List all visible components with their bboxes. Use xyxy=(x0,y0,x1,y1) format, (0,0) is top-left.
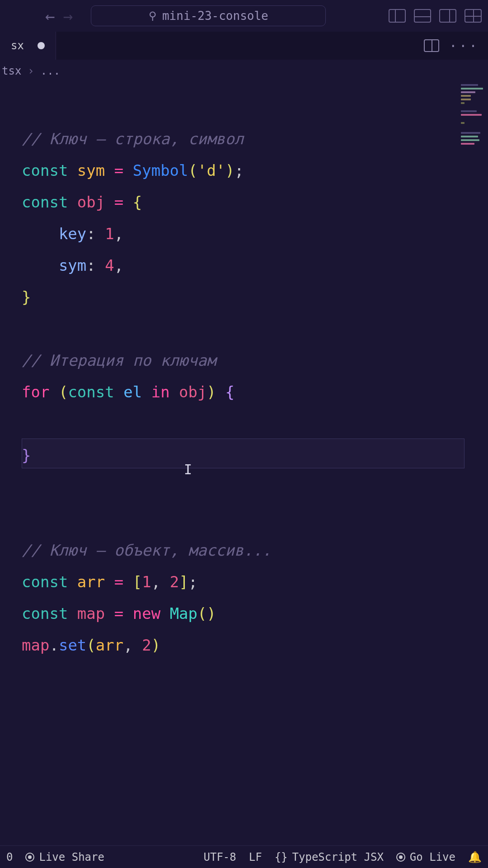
editor[interactable]: I // Ключ — строка, символ const sym = S… xyxy=(0,82,488,845)
tab-filename: sx xyxy=(11,39,24,52)
search-icon: ⚲ xyxy=(149,9,157,22)
split-editor-icon[interactable] xyxy=(424,39,439,52)
layout-controls xyxy=(389,9,483,23)
code-comment: // Ключ — строка, символ xyxy=(22,130,244,148)
title-bar: ← → ⚲ mini-23-console xyxy=(0,0,488,32)
status-encoding[interactable]: UTF-8 xyxy=(203,851,236,863)
status-eol[interactable]: LF xyxy=(249,851,262,863)
nav-back-icon[interactable]: ← xyxy=(45,7,55,25)
status-col[interactable]: 0 xyxy=(6,851,13,863)
breadcrumb-file: tsx xyxy=(2,65,21,77)
code-comment: // Итерация по ключам xyxy=(22,351,216,369)
panel-left-icon[interactable] xyxy=(389,9,406,23)
tab-bar: sx ··· xyxy=(0,32,488,60)
status-language[interactable]: {} TypeScript JSX xyxy=(275,851,384,863)
nav-forward-icon[interactable]: → xyxy=(63,7,73,25)
status-go-live[interactable]: Go Live xyxy=(396,851,455,863)
braces-icon: {} xyxy=(275,851,288,863)
code-comment: // Ключ — объект, массив... xyxy=(22,541,272,559)
panel-right-icon[interactable] xyxy=(439,9,456,23)
broadcast-icon xyxy=(396,853,405,862)
minimap[interactable] xyxy=(461,84,485,146)
breadcrumb-rest: ... xyxy=(41,65,60,77)
status-live-share[interactable]: Live Share xyxy=(25,851,104,863)
bell-icon: 🔔 xyxy=(468,851,482,863)
breadcrumb[interactable]: tsx › ... xyxy=(0,60,488,82)
more-actions-icon[interactable]: ··· xyxy=(449,38,479,54)
tab-actions: ··· xyxy=(424,32,488,60)
status-bar: 0 Live Share UTF-8 LF {} TypeScript JSX … xyxy=(0,845,488,868)
editor-tab[interactable]: sx xyxy=(0,32,56,60)
customize-layout-icon[interactable] xyxy=(465,9,482,23)
nav-arrows: ← → xyxy=(45,7,73,25)
code-area[interactable]: // Ключ — строка, символ const sym = Sym… xyxy=(0,82,488,693)
status-notifications[interactable]: 🔔 xyxy=(468,851,482,863)
live-share-icon xyxy=(25,853,34,862)
unsaved-dot-icon xyxy=(38,42,45,49)
command-center[interactable]: ⚲ mini-23-console xyxy=(91,5,326,26)
panel-bottom-icon[interactable] xyxy=(414,9,431,23)
chevron-right-icon: › xyxy=(28,65,34,77)
search-text: mini-23-console xyxy=(162,9,268,23)
